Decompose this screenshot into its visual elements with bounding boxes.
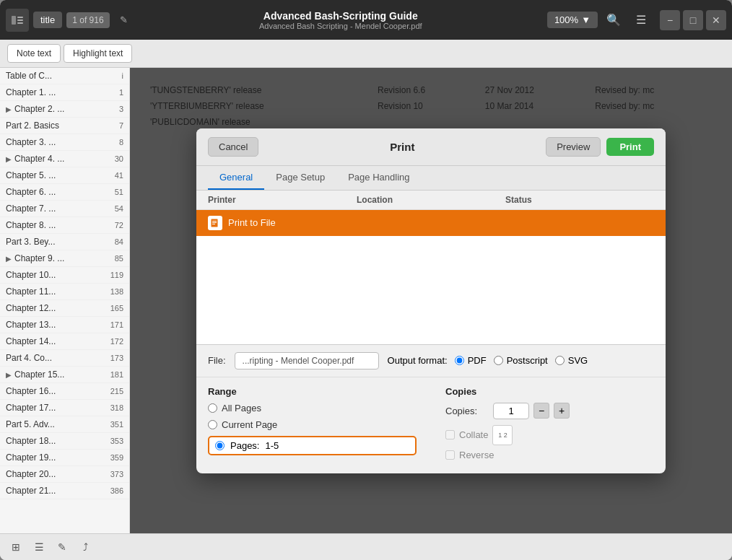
printer-name: Print to File bbox=[228, 217, 276, 228]
sidebar-item-ch21[interactable]: Chapter 21... 386 bbox=[0, 483, 129, 499]
print-dialog: Cancel Print Preview Print General Page … bbox=[196, 128, 666, 473]
pages-radio[interactable] bbox=[215, 441, 225, 450]
note-text-button[interactable]: Note text bbox=[7, 44, 61, 63]
sidebar-item-part3[interactable]: Part 3. Bey... 84 bbox=[0, 234, 129, 250]
sidebar-item-part5[interactable]: Part 5. Adv... 351 bbox=[0, 416, 129, 433]
expand-icon: ▶ bbox=[6, 255, 12, 263]
menu-button[interactable]: ☰ bbox=[629, 9, 653, 32]
all-pages-option[interactable]: All Pages bbox=[208, 403, 417, 414]
sidebar-item-ch5[interactable]: Chapter 5. ... 41 bbox=[0, 167, 129, 184]
sidebar-item-ch15[interactable]: ▶ Chapter 15... 181 bbox=[0, 367, 129, 383]
sidebar-item-ch16[interactable]: Chapter 16... 215 bbox=[0, 383, 129, 400]
export-icon: ⤴ bbox=[83, 541, 88, 553]
edit-tab-button[interactable]: ✎ bbox=[114, 10, 134, 30]
list-icon: ☰ bbox=[35, 541, 44, 553]
sidebar-item-ch20[interactable]: Chapter 20... 373 bbox=[0, 466, 129, 483]
sidebar-item-ch17[interactable]: Chapter 17... 318 bbox=[0, 400, 129, 416]
zoom-level: 100% bbox=[554, 14, 578, 25]
svg-rect-0 bbox=[12, 16, 16, 25]
collate-label: Collate bbox=[459, 429, 488, 440]
pdf-radio[interactable] bbox=[455, 356, 464, 365]
tab-page-handling[interactable]: Page Handling bbox=[336, 166, 421, 190]
printer-list-empty bbox=[196, 236, 666, 344]
export-button[interactable]: ⤴ bbox=[75, 537, 95, 557]
svg-radio-label[interactable]: SVG bbox=[555, 355, 588, 366]
print-button[interactable]: Print bbox=[606, 138, 654, 156]
collate-row: Collate 1 2 bbox=[445, 425, 654, 445]
dialog-header: Cancel Print Preview Print bbox=[196, 128, 666, 166]
svg-rect-2 bbox=[17, 19, 23, 21]
search-button[interactable]: 🔍 bbox=[602, 9, 625, 32]
collate-checkbox[interactable] bbox=[445, 430, 455, 439]
copies-input[interactable] bbox=[493, 403, 529, 419]
output-format-section: Output format: PDF Postscript SVG bbox=[388, 355, 588, 366]
sidebar-item-ch9[interactable]: ▶ Chapter 9. ... 85 bbox=[0, 250, 129, 267]
sidebar-item-ch18[interactable]: Chapter 18... 353 bbox=[0, 433, 129, 450]
range-title: Range bbox=[208, 386, 417, 397]
current-page-option[interactable]: Current Page bbox=[208, 419, 417, 430]
sidebar-item-ch4[interactable]: ▶ Chapter 4. ... 30 bbox=[0, 151, 129, 167]
pdf-radio-label[interactable]: PDF bbox=[455, 355, 487, 366]
file-area: File: Output format: PDF Postscript bbox=[196, 345, 666, 377]
tab-general[interactable]: General bbox=[208, 166, 264, 190]
sidebar-item-part2[interactable]: Part 2. Basics 7 bbox=[0, 118, 129, 134]
sidebar-item-ch7[interactable]: Chapter 7. ... 54 bbox=[0, 201, 129, 217]
printer-column-headers: Printer Location Status bbox=[196, 191, 666, 210]
dialog-title: Print bbox=[264, 141, 540, 153]
expand-icon: ▶ bbox=[6, 371, 12, 379]
reverse-row: Reverse bbox=[445, 450, 654, 460]
title-bar-right: 100% ▼ 🔍 ☰ − □ ✕ bbox=[547, 9, 726, 32]
edit-icon: ✎ bbox=[58, 541, 66, 553]
preview-button[interactable]: Preview bbox=[546, 137, 601, 157]
file-input[interactable] bbox=[235, 352, 379, 369]
sidebar-item-ch19[interactable]: Chapter 19... 359 bbox=[0, 450, 129, 466]
copies-row: Copies: − + bbox=[445, 403, 654, 419]
all-pages-radio[interactable] bbox=[208, 403, 217, 413]
sidebar-item-ch13[interactable]: Chapter 13... 171 bbox=[0, 317, 129, 333]
range-section: Range All Pages Current Page bbox=[208, 386, 417, 465]
minimize-button[interactable]: − bbox=[660, 10, 680, 30]
cancel-button[interactable]: Cancel bbox=[208, 137, 258, 157]
reverse-checkbox[interactable] bbox=[445, 450, 455, 460]
postscript-radio-label[interactable]: Postscript bbox=[494, 355, 548, 366]
svg-rect-6 bbox=[212, 222, 217, 223]
dialog-body: Printer Location Status bbox=[196, 191, 666, 473]
output-format-label: Output format: bbox=[388, 355, 448, 366]
grid-view-button[interactable]: ⊞ bbox=[6, 537, 26, 557]
close-button[interactable]: ✕ bbox=[706, 10, 726, 30]
sidebar-item-ch12[interactable]: Chapter 12... 165 bbox=[0, 300, 129, 317]
maximize-button[interactable]: □ bbox=[683, 10, 703, 30]
title-center: Advanced Bash-Scripting Guide Advanced B… bbox=[139, 10, 543, 30]
list-view-button[interactable]: ☰ bbox=[29, 537, 49, 557]
sidebar-item-ch10[interactable]: Chapter 10... 119 bbox=[0, 267, 129, 284]
printer-row-selected[interactable]: Print to File bbox=[196, 210, 666, 236]
sidebar-item-ch1[interactable]: Chapter 1. ... 1 bbox=[0, 84, 129, 101]
sidebar-item-ch11[interactable]: Chapter 11... 138 bbox=[0, 284, 129, 300]
sidebar-item-part4[interactable]: Part 4. Co... 173 bbox=[0, 350, 129, 367]
postscript-radio[interactable] bbox=[494, 356, 503, 365]
tab-title[interactable]: title bbox=[33, 12, 62, 28]
tab-page-setup[interactable]: Page Setup bbox=[264, 166, 336, 190]
sidebar-item-ch8[interactable]: Chapter 8. ... 72 bbox=[0, 217, 129, 234]
highlight-text-button[interactable]: Highlight text bbox=[64, 44, 132, 63]
svg-rect-7 bbox=[212, 224, 215, 224]
sidebar-item-toc[interactable]: Table of C... i bbox=[0, 68, 129, 84]
edit-button[interactable]: ✎ bbox=[52, 537, 72, 557]
copies-increment-button[interactable]: + bbox=[554, 403, 570, 419]
pages-input[interactable] bbox=[265, 440, 337, 451]
copies-decrement-button[interactable]: − bbox=[533, 403, 549, 419]
printer-col-location: Location bbox=[357, 195, 505, 205]
svg-radio[interactable] bbox=[555, 356, 565, 365]
current-page-radio[interactable] bbox=[208, 420, 217, 429]
sidebar-toggle-button[interactable] bbox=[6, 9, 29, 32]
sidebar-item-ch6[interactable]: Chapter 6. ... 51 bbox=[0, 184, 129, 201]
sidebar-item-ch14[interactable]: Chapter 14... 172 bbox=[0, 333, 129, 350]
zoom-button[interactable]: 100% ▼ bbox=[547, 12, 598, 28]
dialog-tabs: General Page Setup Page Handling bbox=[196, 166, 666, 191]
sidebar-item-ch3[interactable]: Chapter 3. ... 8 bbox=[0, 134, 129, 151]
collate-icon: 1 2 bbox=[492, 425, 513, 445]
doc-subtitle: Advanced Bash Scripting - Mendel Cooper.… bbox=[139, 22, 543, 30]
sidebar-item-ch2[interactable]: ▶ Chapter 2. ... 3 bbox=[0, 101, 129, 118]
printer-area: Printer Location Status bbox=[196, 191, 666, 345]
title-bar: title 1 of 916 ✎ Advanced Bash-Scripting… bbox=[0, 0, 732, 40]
